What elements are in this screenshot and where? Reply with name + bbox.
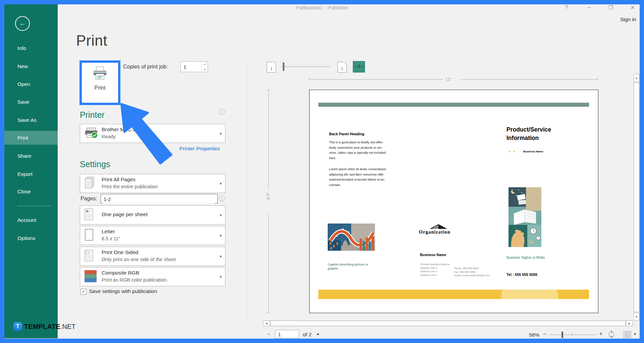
sidebar-item-close[interactable]: Close bbox=[17, 187, 31, 196]
back-button[interactable]: ← bbox=[15, 16, 30, 31]
sidebar-item-account[interactable]: Account bbox=[17, 215, 36, 225]
color-model-dropdown[interactable]: Composite RGB Print as RGB color publica… bbox=[80, 267, 225, 286]
pages-input[interactable] bbox=[103, 195, 215, 203]
text-line: Address Line 2 bbox=[420, 266, 450, 270]
backstage-sidebar: ← Info New Open Save Save As Print Share… bbox=[4, 4, 58, 338]
minimize-icon[interactable]: – bbox=[585, 4, 593, 10]
print-one-sided-icon bbox=[84, 250, 94, 263]
print-preview-page[interactable]: Back Panel Heading This is a good place … bbox=[309, 90, 598, 313]
paper-size-dropdown[interactable]: Letter 8.5 x 11" ▾ bbox=[80, 226, 225, 245]
text-line: Phone: 555-555-5555 bbox=[454, 267, 490, 271]
v-dim-line bbox=[268, 213, 269, 312]
sign-in-link[interactable]: Sign in bbox=[620, 16, 636, 22]
watermark-net: .NET bbox=[60, 323, 76, 330]
view-options-caret-icon[interactable]: ▼ bbox=[633, 332, 637, 336]
sidebar-item-options[interactable]: Options bbox=[17, 234, 35, 243]
sidebar-item-print[interactable]: Print bbox=[17, 133, 28, 143]
sheets-slider-track[interactable] bbox=[281, 66, 330, 67]
printer-properties-link[interactable]: Printer Properties bbox=[179, 146, 220, 152]
print-button[interactable]: Print bbox=[82, 66, 118, 91]
v-dim-line bbox=[268, 90, 269, 189]
text-line: euismod tincidunt ut lacreet dolore et a… bbox=[329, 177, 386, 182]
sidebar-item-open[interactable]: Open bbox=[17, 80, 30, 89]
brochure-organization: Organization bbox=[419, 229, 463, 235]
text-line: Fax: 555-555-5555 bbox=[454, 271, 490, 274]
settings-heading: Settings bbox=[80, 159, 110, 169]
sheets-slider-handle[interactable] bbox=[283, 62, 284, 71]
copies-input[interactable] bbox=[181, 62, 204, 72]
h-scrollbar-thumb[interactable] bbox=[270, 321, 626, 326]
vertical-scrollbar[interactable]: ▴ ▾ bbox=[634, 74, 639, 321]
sidebar-item-save-as[interactable]: Save As bbox=[17, 115, 37, 125]
v-dim-label: 8.5" bbox=[266, 192, 271, 200]
text-line: Product/Service bbox=[506, 126, 551, 134]
sidebar-item-share[interactable]: Share bbox=[17, 151, 31, 161]
brochure-paragraph: Lorem ipsum dolor sit amet, consectetuer… bbox=[329, 166, 386, 187]
sidebar-item-new[interactable]: New bbox=[17, 62, 28, 71]
print-button-label: Print bbox=[82, 85, 118, 91]
copies-stepper[interactable]: ▴ ▾ bbox=[180, 61, 208, 72]
single-sheet-icon[interactable]: 1 bbox=[267, 62, 276, 72]
zoom-slider-track[interactable] bbox=[549, 335, 596, 335]
brochure-paragraph: This is a good place to briefly, but eff… bbox=[329, 140, 386, 160]
spin-down-icon[interactable]: ▾ bbox=[202, 67, 208, 72]
show-measurements-button[interactable]: ⊢8⊣ bbox=[353, 61, 365, 72]
paper-size-subtitle: 8.5 x 11" bbox=[102, 236, 120, 241]
sidebar-item-info[interactable]: Info bbox=[17, 44, 26, 53]
printer-ready-icon bbox=[84, 127, 98, 140]
zoom-percent[interactable]: 58% bbox=[529, 332, 539, 338]
help-icon[interactable]: ? bbox=[562, 4, 571, 10]
save-settings-label: Save settings with publication bbox=[89, 288, 157, 294]
letter-page-icon bbox=[84, 229, 94, 242]
scroll-up-icon[interactable]: ▴ bbox=[634, 74, 639, 82]
v-scrollbar-thumb[interactable] bbox=[634, 83, 639, 312]
printer-dropdown[interactable]: Brother MFC-J2 Ready ▾ bbox=[80, 124, 225, 143]
brochure-front-business-name: Business Name bbox=[523, 150, 543, 153]
brochure-contact-block: Phone: 555-555-5555 Fax: 555-555-5555 Em… bbox=[454, 267, 490, 278]
pane-divider bbox=[247, 63, 247, 321]
sidebar-item-save[interactable]: Save bbox=[17, 97, 29, 107]
color-model-title: Composite RGB bbox=[102, 270, 139, 276]
pages-per-sheet-dropdown[interactable]: One page per sheet ▾ bbox=[80, 205, 225, 225]
zoom-in-icon[interactable]: + bbox=[599, 330, 603, 338]
sides-subtitle: Only print on one side of the sheet bbox=[102, 257, 176, 262]
horizontal-scrollbar[interactable]: ◂ ▸ bbox=[263, 321, 633, 326]
save-settings-checkbox[interactable]: ✓ bbox=[80, 289, 87, 295]
sidebar-item-export[interactable]: Export bbox=[17, 169, 33, 179]
text-line: Lorem ipsum dolor sit amet, consectetuer bbox=[329, 166, 386, 172]
scroll-down-icon[interactable]: ▾ bbox=[634, 313, 639, 321]
page-number-box[interactable] bbox=[275, 330, 299, 339]
page-layout-view-icon[interactable] bbox=[623, 331, 631, 338]
print-range-dropdown[interactable]: Print All Pages Print the entire publica… bbox=[80, 174, 225, 193]
text-line: cumsan. bbox=[329, 182, 386, 188]
zoom-out-icon[interactable]: − bbox=[543, 331, 546, 338]
scroll-right-icon[interactable]: ▸ bbox=[626, 321, 633, 326]
brochure-trifold-image bbox=[508, 187, 541, 247]
text-line: Primary Business Address bbox=[420, 263, 450, 266]
chevron-down-icon: ▾ bbox=[220, 275, 222, 279]
pages-info-icon[interactable]: i bbox=[219, 195, 225, 201]
restore-icon[interactable]: ❐ bbox=[606, 4, 615, 11]
brochure-address-block: Primary Business Address Address Line 2 … bbox=[420, 263, 450, 277]
h-dim-line bbox=[461, 79, 598, 80]
sidebar-selected-highlight bbox=[4, 131, 58, 145]
spin-up-icon[interactable]: ▴ bbox=[202, 62, 208, 66]
pages-label: Pages: bbox=[80, 196, 97, 202]
zoom-slider-handle[interactable] bbox=[561, 332, 563, 338]
zoom-slider-midtick bbox=[572, 333, 573, 336]
sides-dropdown[interactable]: Print One Sided Only print on one side o… bbox=[80, 247, 225, 266]
page-number-input[interactable] bbox=[277, 331, 298, 338]
printer-heading: Printer bbox=[80, 110, 105, 120]
text-line: Caption describing picture or bbox=[328, 262, 368, 266]
printer-info-icon[interactable]: i bbox=[219, 109, 225, 115]
fit-page-icon[interactable] bbox=[608, 331, 615, 338]
next-page-icon[interactable]: ▸ bbox=[317, 332, 319, 336]
multi-sheet-icon[interactable]: 1 bbox=[337, 62, 347, 72]
prev-page-icon[interactable]: ◂ bbox=[267, 332, 269, 336]
text-line: Information bbox=[506, 134, 551, 142]
pages-input-box[interactable] bbox=[101, 194, 218, 203]
close-icon[interactable]: ✕ bbox=[628, 4, 637, 11]
scroll-left-icon[interactable]: ◂ bbox=[263, 321, 270, 326]
copies-label: Copies of print job: bbox=[123, 64, 168, 70]
print-range-title: Print All Pages bbox=[102, 177, 136, 183]
